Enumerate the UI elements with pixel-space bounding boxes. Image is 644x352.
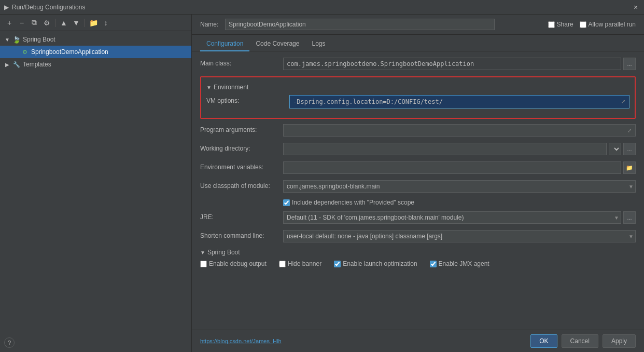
bottom-checkboxes: Enable debug output Hide banner Enable l… — [200, 260, 636, 267]
tree-item-demo-app[interactable]: ⚙ SpringbootDemoApplication — [0, 46, 191, 58]
settings-button[interactable]: ⚙ — [41, 18, 52, 28]
env-vars-row: Environment variables: 📁 — [200, 161, 636, 175]
ok-button[interactable]: OK — [530, 334, 557, 348]
up-button[interactable]: ▲ — [59, 18, 69, 28]
jre-label: JRE: — [200, 211, 283, 221]
hide-banner-text: Hide banner — [288, 260, 321, 267]
remove-button[interactable]: − — [17, 18, 27, 28]
program-args-input[interactable] — [283, 124, 636, 137]
vm-options-row: VM options: ⤢ — [206, 95, 629, 109]
program-args-expand-button[interactable]: ⤢ — [624, 125, 635, 136]
jre-select[interactable]: Default (11 - SDK of 'com.james.springbo… — [283, 211, 621, 224]
help-button[interactable]: ? — [4, 337, 15, 348]
include-deps-checkbox[interactable] — [283, 199, 290, 206]
env-arrow: ▼ — [206, 85, 212, 90]
shorten-cmdline-select[interactable]: user-local default: none - java [options… — [283, 230, 636, 242]
main-class-row: Main class: ... — [200, 58, 636, 71]
add-button[interactable]: + — [4, 18, 15, 28]
classpath-select[interactable]: com.james.springboot-blank.main — [283, 180, 636, 193]
allow-parallel-label[interactable]: Allow parallel run — [580, 21, 636, 28]
watermark: https://blog.csdn.net/James_Hlh — [200, 338, 282, 344]
config-tree: ▼ 🍃 Spring Boot ⚙ SpringbootDemoApplicat… — [0, 31, 191, 333]
jre-row: JRE: Default (11 - SDK of 'com.james.spr… — [200, 211, 636, 225]
dialog-title: Run/Debug Configurations — [12, 4, 85, 11]
left-bottom: ? — [0, 333, 191, 352]
sort-button[interactable]: ↕ — [101, 18, 111, 28]
classpath-select-wrapper: com.james.springboot-blank.main ▼ — [283, 180, 636, 193]
main-class-input[interactable] — [283, 58, 621, 70]
shorten-cmdline-row: Shorten command line: user-local default… — [200, 230, 636, 243]
launch-opt-checkbox[interactable] — [334, 261, 341, 267]
vm-options-field: ⤢ — [289, 95, 629, 109]
right-panel: Name: Share Allow parallel run Configura… — [192, 15, 644, 352]
working-dir-field: ▼ ... — [283, 143, 636, 155]
title-bar-left: ▶ Run/Debug Configurations — [4, 4, 85, 11]
environment-header[interactable]: ▼ Environment — [206, 84, 629, 91]
allow-parallel-text: Allow parallel run — [589, 21, 636, 28]
working-dir-input[interactable] — [283, 143, 607, 155]
hide-banner-label[interactable]: Hide banner — [279, 260, 321, 267]
tab-code-coverage[interactable]: Code Coverage — [249, 37, 305, 51]
share-label: Share — [557, 21, 573, 28]
close-button[interactable]: × — [632, 3, 640, 11]
vm-options-input[interactable] — [289, 95, 629, 109]
folder-button[interactable]: 📁 — [88, 18, 99, 28]
env-vars-browse-button[interactable]: 📁 — [623, 161, 636, 174]
include-deps-label[interactable]: Include dependencies with "Provided" sco… — [283, 199, 414, 206]
spring-boot-section-title: Spring Boot — [207, 249, 240, 256]
launch-opt-label[interactable]: Enable launch optimization — [334, 260, 417, 267]
env-vars-input[interactable] — [283, 161, 621, 174]
left-panel: + − ⧉ ⚙ ▲ ▼ 📁 ↕ ▼ 🍃 Spring Boot ⚙ Spring… — [0, 15, 192, 352]
share-checkbox[interactable] — [548, 21, 555, 28]
tree-arrow-spring-boot: ▼ — [4, 36, 10, 43]
name-input[interactable] — [225, 19, 495, 30]
copy-button[interactable]: ⧉ — [29, 18, 39, 28]
left-toolbar: + − ⧉ ⚙ ▲ ▼ 📁 ↕ — [0, 15, 191, 31]
separator2 — [85, 19, 85, 27]
jre-select-wrapper: Default (11 - SDK of 'com.james.springbo… — [283, 211, 621, 224]
vm-options-expand-button[interactable]: ⤢ — [618, 96, 628, 106]
main-class-label: Main class: — [200, 58, 283, 67]
jre-browse-button[interactable]: ... — [623, 211, 636, 224]
main-class-browse-button[interactable]: ... — [623, 58, 636, 70]
shorten-cmdline-select-wrapper: user-local default: none - java [options… — [283, 230, 636, 242]
down-button[interactable]: ▼ — [71, 18, 81, 28]
share-checkbox-label[interactable]: Share — [548, 21, 573, 28]
jmx-agent-text: Enable JMX agent — [439, 260, 489, 267]
program-args-field: ⤢ — [283, 124, 636, 137]
tree-item-spring-boot[interactable]: ▼ 🍃 Spring Boot — [0, 33, 191, 46]
debug-output-text: Enable debug output — [209, 260, 267, 267]
allow-parallel-checkbox[interactable] — [580, 21, 586, 28]
title-bar: ▶ Run/Debug Configurations × — [0, 0, 644, 15]
tree-label-demo-app: SpringbootDemoApplication — [31, 48, 108, 56]
apply-button[interactable]: Apply — [603, 334, 636, 348]
dialog-footer: https://blog.csdn.net/James_Hlh OK Cance… — [192, 330, 644, 352]
jmx-agent-label[interactable]: Enable JMX agent — [430, 260, 489, 267]
content-area: Main class: ... ▼ Environment VM options… — [192, 51, 644, 330]
tab-logs[interactable]: Logs — [305, 37, 331, 51]
tab-configuration[interactable]: Configuration — [200, 37, 249, 51]
include-deps-row: Include dependencies with "Provided" sco… — [200, 199, 636, 206]
spring-boot-section-header[interactable]: ▼ Spring Boot — [200, 249, 636, 256]
debug-output-checkbox[interactable] — [200, 261, 207, 267]
launch-opt-text: Enable launch optimization — [343, 260, 417, 267]
program-args-row: Program arguments: ⤢ — [200, 124, 636, 138]
env-title: Environment — [214, 84, 248, 91]
cancel-button[interactable]: Cancel — [562, 334, 598, 348]
jmx-agent-checkbox[interactable] — [430, 261, 437, 267]
working-dir-select[interactable]: ▼ — [609, 143, 621, 155]
wrench-icon: 🔧 — [12, 60, 21, 69]
name-row: Name: Share Allow parallel run — [192, 15, 644, 35]
spring-boot-arrow: ▼ — [200, 250, 205, 255]
classpath-row: Use classpath of module: com.james.sprin… — [200, 180, 636, 194]
tree-item-templates[interactable]: ▶ 🔧 Templates — [0, 58, 191, 71]
env-vars-label: Environment variables: — [200, 161, 283, 171]
working-dir-row: Working directory: ▼ ... — [200, 143, 636, 156]
separator — [55, 19, 55, 27]
hide-banner-checkbox[interactable] — [279, 261, 286, 267]
tree-arrow-templates: ▶ — [4, 61, 10, 67]
main-dialog: + − ⧉ ⚙ ▲ ▼ 📁 ↕ ▼ 🍃 Spring Boot ⚙ Spring… — [0, 15, 644, 352]
environment-section: ▼ Environment VM options: ⤢ — [200, 76, 636, 119]
debug-output-label[interactable]: Enable debug output — [200, 260, 267, 267]
working-dir-browse-button[interactable]: ... — [623, 143, 636, 155]
